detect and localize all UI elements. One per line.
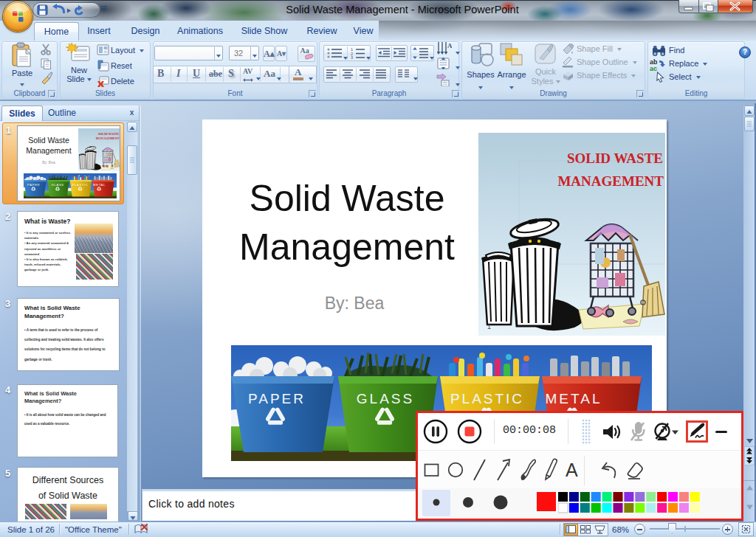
svg-text:3: 3 (351, 55, 353, 59)
svg-text:ac: ac (650, 65, 657, 71)
svg-text:A: A (447, 42, 452, 49)
